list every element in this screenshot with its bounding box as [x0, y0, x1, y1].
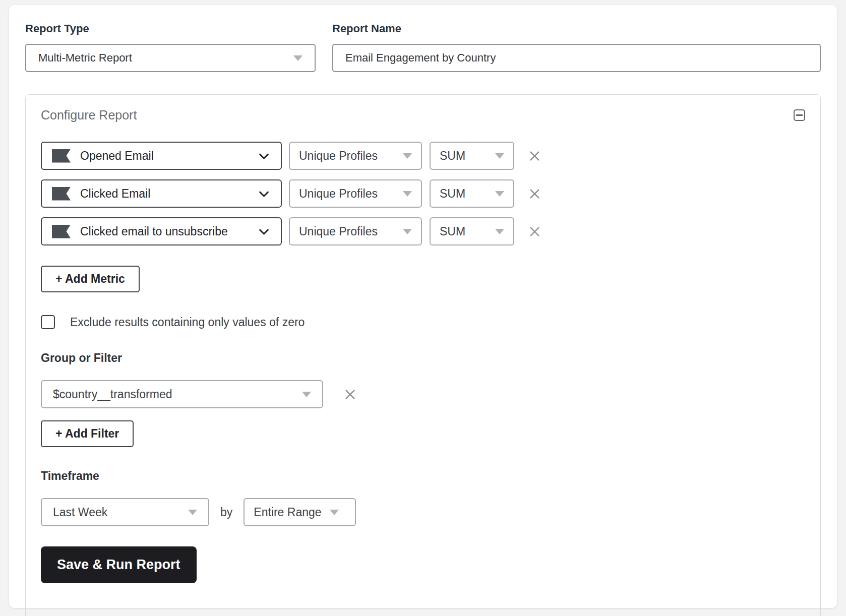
caret-down-icon — [495, 229, 504, 234]
configure-report-section: Configure Report Opened Email Unique Pro… — [25, 94, 821, 616]
caret-down-icon — [403, 229, 412, 234]
caret-down-icon — [302, 392, 311, 397]
metric-select[interactable]: Clicked Email — [41, 179, 282, 208]
aggregation-value: SUM — [440, 149, 465, 163]
aggregation-select[interactable]: SUM — [430, 179, 514, 208]
report-type-select[interactable]: Multi-Metric Report — [25, 44, 316, 72]
caret-down-icon — [403, 153, 412, 159]
timeframe-range-select[interactable]: Last Week — [41, 498, 209, 526]
measurement-value: Unique Profiles — [299, 187, 378, 201]
aggregation-value: SUM — [440, 225, 465, 238]
caret-down-icon — [495, 153, 504, 159]
measurement-select[interactable]: Unique Profiles — [289, 217, 422, 245]
metric-row: Clicked Email Unique Profiles SUM — [41, 179, 805, 208]
measurement-value: Unique Profiles — [299, 225, 378, 238]
exclude-zero-label: Exclude results containing only values o… — [70, 316, 305, 329]
remove-metric-icon[interactable] — [528, 187, 541, 201]
aggregation-select[interactable]: SUM — [430, 217, 514, 245]
metric-row: Opened Email Unique Profiles SUM — [41, 142, 805, 170]
metric-flag-icon — [52, 149, 71, 163]
caret-down-icon — [330, 510, 339, 515]
remove-metric-icon[interactable] — [528, 149, 541, 163]
metric-row: Clicked email to unsubscribe Unique Prof… — [41, 217, 805, 245]
metric-flag-icon — [52, 187, 71, 201]
chevron-down-icon — [257, 225, 271, 238]
report-type-value: Multi-Metric Report — [38, 51, 132, 65]
metric-select[interactable]: Clicked email to unsubscribe — [41, 217, 282, 245]
chevron-down-icon — [257, 149, 271, 163]
timeframe-label: Timeframe — [41, 469, 805, 483]
timeframe-granularity-value: Entire Range — [254, 506, 321, 519]
metric-select[interactable]: Opened Email — [41, 142, 282, 170]
caret-down-icon — [403, 191, 412, 197]
group-filter-select[interactable]: $country__transformed — [41, 380, 323, 408]
configure-title: Configure Report — [41, 108, 137, 122]
measurement-select[interactable]: Unique Profiles — [289, 142, 422, 170]
measurement-select[interactable]: Unique Profiles — [289, 179, 422, 208]
exclude-zero-row: Exclude results containing only values o… — [41, 315, 805, 329]
timeframe-granularity-select[interactable]: Entire Range — [244, 498, 356, 526]
report-type-field: Report Type Multi-Metric Report — [25, 22, 316, 72]
caret-down-icon — [188, 510, 197, 515]
add-filter-button[interactable]: + Add Filter — [41, 420, 134, 447]
add-metric-button[interactable]: + Add Metric — [41, 266, 140, 292]
report-name-field: Report Name — [332, 22, 821, 72]
caret-down-icon — [495, 191, 504, 197]
exclude-zero-checkbox[interactable] — [41, 315, 55, 329]
group-or-filter-label: Group or Filter — [41, 351, 805, 365]
report-name-label: Report Name — [332, 22, 821, 35]
metric-name: Opened Email — [80, 149, 154, 163]
metric-list: Opened Email Unique Profiles SUM Clicked — [41, 142, 805, 245]
collapse-section-icon[interactable] — [794, 109, 805, 121]
aggregation-select[interactable]: SUM — [430, 142, 514, 170]
timeframe-row: Last Week by Entire Range — [41, 498, 805, 526]
measurement-value: Unique Profiles — [299, 149, 378, 163]
caret-down-icon — [293, 55, 303, 61]
metric-flag-icon — [52, 225, 71, 238]
save-run-report-button[interactable]: Save & Run Report — [41, 546, 197, 583]
timeframe-range-value: Last Week — [53, 506, 107, 519]
group-filter-row: $country__transformed — [41, 380, 805, 408]
group-filter-value: $country__transformed — [53, 388, 172, 401]
report-header-row: Report Type Multi-Metric Report Report N… — [25, 22, 821, 72]
chevron-down-icon — [257, 187, 271, 201]
remove-metric-icon[interactable] — [528, 225, 541, 238]
configure-header: Configure Report — [41, 108, 805, 122]
remove-filter-icon[interactable] — [343, 388, 357, 401]
report-type-label: Report Type — [25, 22, 316, 35]
report-builder-card: Report Type Multi-Metric Report Report N… — [9, 5, 837, 608]
aggregation-value: SUM — [440, 187, 465, 201]
timeframe-by-label: by — [220, 506, 232, 519]
metric-name: Clicked email to unsubscribe — [80, 225, 228, 238]
metric-name: Clicked Email — [80, 187, 150, 201]
report-name-input[interactable] — [332, 44, 821, 72]
